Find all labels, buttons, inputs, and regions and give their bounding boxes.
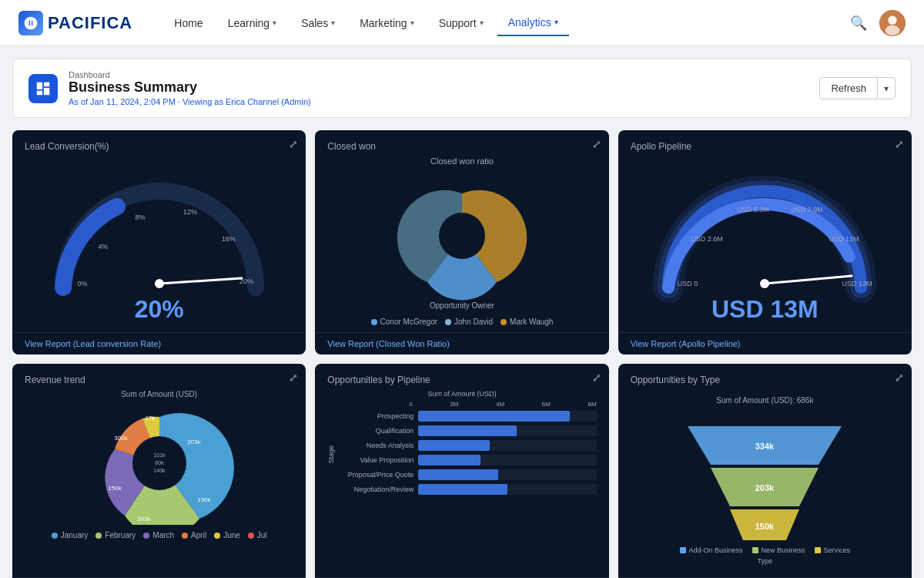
nav-links: Home Learning ▾ Sales ▾ Marketing ▾ Supp… [163,10,850,36]
lead-conversion-footer[interactable]: View Report (Lead conversion Rate) [12,332,306,355]
lead-conversion-card: Lead Conversion(%) ⤢ 0% 4% 8% [12,130,306,355]
svg-text:190k: 190k [197,496,211,503]
bar-row-negotiation: Negotiation/Review [336,484,596,495]
page-content: Dashboard Business Summary As of Jan 11,… [0,46,924,578]
closed-won-expand[interactable]: ⤢ [592,138,601,150]
svg-text:USD 5.3M: USD 5.3M [738,206,770,213]
svg-text:60k: 60k [155,460,164,465]
bar-label-value: Value Proposition [336,456,413,464]
nav-home[interactable]: Home [163,11,213,35]
avatar[interactable] [879,10,906,36]
svg-text:300k: 300k [114,435,128,442]
closed-won-title: Closed won [327,141,596,152]
revenue-trend-expand[interactable]: ⤢ [289,371,298,384]
opp-pipeline-expand[interactable]: ⤢ [592,371,601,384]
nav-analytics[interactable]: Analytics ▾ [497,10,569,36]
fl-addon: Add-On Business [680,546,743,554]
rev-legend-apr: April [182,531,206,539]
svg-text:150k: 150k [755,522,775,531]
nav-sales[interactable]: Sales ▾ [290,11,346,35]
svg-text:USD 11M: USD 11M [829,235,859,243]
bar-label-needs: Needs Analysis [336,442,413,449]
closed-won-body: Closed won ⤢ Closed won ratio [315,130,608,332]
fl-addon-dot [680,547,686,553]
funnel-title: Sum of Amount (USD): 686k [716,396,813,405]
apollo-gauge-container: USD 0 USD 2.6M USD 5.3M USD 7.9M USD 11M… [631,156,899,324]
bar-row-value: Value Proposition [336,455,596,465]
bar-track-prospecting [418,411,596,422]
dashboard-subtitle: As of Jan 11, 2024, 2:04 PM · Viewing as… [69,97,819,106]
opp-type-expand[interactable]: ⤢ [895,371,904,384]
bar-chart-inner: Stage Prospecting Qualification [327,411,596,499]
legend-john: John David [445,318,493,326]
bar-axis: 0 2M 4M 6M 8M [327,401,596,408]
nav-marketing[interactable]: Marketing ▾ [349,11,424,35]
refresh-dropdown[interactable]: ▾ [877,77,896,99]
svg-point-1 [888,15,896,24]
opp-type-card: Opportunities by Type ⤢ Sum of Amount (U… [618,364,912,578]
lead-conversion-expand[interactable]: ⤢ [289,138,298,150]
svg-text:17k: 17k [145,415,156,422]
apollo-pipeline-body: Apollo Pipeline ⤢ USD 0 US [618,130,912,332]
svg-text:8%: 8% [135,213,145,221]
fl-services-dot [815,547,821,553]
svg-text:4%: 4% [98,243,108,250]
dashboard-title-group: Dashboard Business Summary As of Jan 11,… [69,70,819,106]
svg-text:150k: 150k [108,485,122,492]
revenue-trend-title: Revenue trend [25,375,293,385]
bar-label-negotiation: Negotiation/Review [336,486,413,493]
svg-line-9 [159,278,242,284]
svg-text:USD 0: USD 0 [678,280,698,287]
bar-y-label: Stage [327,445,335,464]
rev-legend-feb: February [95,531,136,539]
refresh-group: Refresh ▾ [819,77,896,99]
bar-chart-title: Sum of Amount (USD) [327,390,596,398]
bar-rows: Prospecting Qualification Needs Analysis [336,411,596,499]
bar-track-proposal [418,469,596,480]
apollo-gauge-value: USD 13M [711,295,819,324]
dashboard-title: Business Summary [69,79,819,96]
svg-text:334k: 334k [755,442,775,451]
opp-type-title: Opportunities by Type [631,375,899,385]
lead-conversion-body: Lead Conversion(%) ⤢ 0% 4% 8% [12,130,306,332]
revenue-donut-label: Sum of Amount (USD) [121,390,197,398]
charts-grid: Lead Conversion(%) ⤢ 0% 4% 8% [12,130,912,578]
gauge-value: 20% [135,295,184,324]
fl-services: Services [815,546,851,554]
funnel-legend: Add-On Business New Business Services [680,546,851,554]
apollo-pipeline-expand[interactable]: ⤢ [895,138,904,150]
bar-row-needs: Needs Analysis [336,440,596,451]
apollo-pipeline-title: Apollo Pipeline [631,141,899,152]
svg-text:12%: 12% [183,208,197,216]
bar-row-qualification: Qualification [336,425,596,436]
rev-legend-jul: Jul [248,531,267,539]
svg-text:USD 2.6M: USD 2.6M [691,235,724,243]
dashboard-label: Dashboard [69,70,819,79]
bar-row-prospecting: Prospecting [336,411,596,422]
svg-point-2 [886,25,900,35]
navbar: PACIFICA Home Learning ▾ Sales ▾ Marketi… [0,0,924,46]
rev-legend-jan: January [52,531,89,539]
svg-text:203k: 203k [137,516,151,523]
fl-new: New Business [752,546,805,554]
svg-text:USD 7.9M: USD 7.9M [792,206,824,213]
bar-track-negotiation [418,484,596,495]
apollo-pipeline-footer[interactable]: View Report (Apollo Pipeline) [618,332,912,355]
logo[interactable]: PACIFICA [18,11,132,35]
bar-chart-wrap: Sum of Amount (USD) 0 2M 4M 6M 8M Stage … [327,390,596,499]
fl-new-dot [752,547,758,553]
svg-point-19 [760,279,769,288]
funnel-wrap: Sum of Amount (USD): 686k 334k 203k 150k [631,390,899,571]
subtitle-text: As of Jan 11, 2024, 2:04 PM · Viewing as… [69,97,311,106]
nav-learning[interactable]: Learning ▾ [217,11,288,35]
closed-won-footer[interactable]: View Report (Closed Won Ratio) [315,332,608,355]
svg-text:140k: 140k [153,468,166,473]
revenue-trend-card: Revenue trend ⤢ Sum of Amount (USD) [12,364,306,578]
lead-conversion-title: Lead Conversion(%) [25,141,293,152]
search-icon[interactable]: 🔍 [850,15,867,32]
dashboard-header: Dashboard Business Summary As of Jan 11,… [12,59,912,118]
refresh-button[interactable]: Refresh [819,77,877,99]
svg-point-11 [439,213,485,259]
dashboard-icon [28,74,58,103]
nav-support[interactable]: Support ▾ [428,11,494,35]
